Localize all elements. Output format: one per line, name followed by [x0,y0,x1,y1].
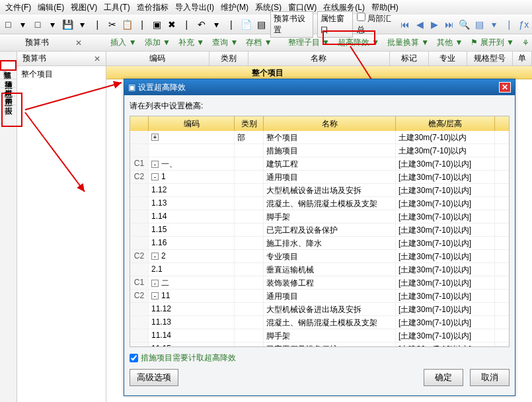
action-item-9[interactable]: 其他 ▼ [437,37,463,48]
cell[interactable]: 土建30m(7-10)以内 [396,144,495,157]
column-header[interactable]: 规格型号 [467,52,512,65]
toolbar-icon[interactable]: 📋 [122,19,133,30]
cell[interactable]: 垂直运输机械 [264,263,396,276]
table-row[interactable]: 1.15已完工程及设备保护[土建30m(7-10)以内] [130,223,509,237]
toolbar-icon[interactable]: □ [32,19,43,30]
cell[interactable]: [土建30m(7-10)以内] [396,263,495,276]
cell[interactable] [235,184,264,196]
toolbar-icon[interactable]: | [181,19,192,30]
budget-settings[interactable]: 预算书设置 [270,11,313,38]
action-item-8[interactable]: 批量换算 ▼ [387,37,429,48]
cell[interactable]: 2.1 [149,263,235,276]
table-row[interactable]: C1-一、建筑工程[土建30m(7-10)以内] [130,157,509,171]
table-row[interactable]: 11.13混凝土、钢筋混凝土模板及支架[土建30m(7-10)以内] [130,316,509,329]
toolbar-icon[interactable]: ▾ [77,19,88,30]
cell[interactable]: 混凝土、钢筋混凝土模板及支架 [264,316,396,329]
nav-icon[interactable]: 🔍 [459,19,470,30]
cell[interactable]: -11 [149,290,235,302]
column-header[interactable]: 编码 [106,52,209,65]
cell[interactable]: 脚手架 [264,210,396,223]
action-item-11[interactable]: ⚘ [522,38,529,48]
cell[interactable]: 11.13 [149,316,235,329]
cell[interactable]: [土建30m(7-10)以内] [396,197,495,210]
cell[interactable]: 脚手架 [264,329,396,342]
nav-icon[interactable]: | [504,19,514,30]
cell[interactable]: 1.13 [149,197,235,210]
menu-item[interactable]: 维护(M) [218,1,251,15]
table-row[interactable]: C2-11通用项目[土建30m(7-10)以内] [130,290,509,303]
side-tree[interactable]: 整个项目 [17,66,106,83]
action-item-0[interactable]: 插入 ▼ [110,37,136,48]
cell[interactable] [235,250,264,262]
menu-item[interactable]: 造价指标 [134,1,171,15]
table-row[interactable]: 11.15已完工程及设备保护[土建30m(7-10)以内] [130,342,509,347]
cell[interactable]: [土建30m(7-10)以内] [396,303,495,315]
toolbar-icon[interactable]: ✖ [167,19,177,30]
table-row[interactable]: C1-二装饰装修工程[土建30m(7-10)以内] [130,276,509,290]
cell[interactable]: -二 [149,276,235,289]
toolbar-icon[interactable]: ↶ [196,19,207,30]
action-item-1[interactable]: 添加 ▼ [145,37,171,48]
nav-icon[interactable]: ▶ [429,19,439,30]
cell[interactable]: [土建30m(7-10)以内] [396,237,495,249]
cell[interactable]: 整个项目 [264,131,396,143]
cell[interactable]: 部 [235,131,264,143]
cell[interactable] [235,144,264,157]
close-icon[interactable]: ✕ [499,82,511,93]
cell[interactable] [235,263,264,276]
cell[interactable] [235,237,264,249]
cell[interactable]: 大型机械设备进出场及安拆 [264,303,396,315]
cell[interactable]: 1.12 [149,184,235,196]
cell[interactable] [235,223,264,236]
cell[interactable]: 大型机械设备进出场及安拆 [264,184,396,196]
cell[interactable]: [土建30m(7-10)以内] [396,316,495,329]
toolbar-icon[interactable]: ▤ [256,19,266,30]
cell[interactable]: 通用项目 [264,171,396,183]
cell[interactable]: [土建30m(7-10)以内] [396,171,495,183]
toolbar-icon[interactable]: ▾ [17,19,28,30]
cell[interactable] [235,171,264,183]
menu-item[interactable]: 工具(T) [101,1,132,15]
cell[interactable]: 1.15 [149,223,235,236]
cell[interactable]: 装饰装修工程 [264,276,396,289]
vtab-2[interactable]: 措施项目 [0,71,17,79]
action-item-10[interactable]: ⚑ 展开到 ▼ [471,37,514,48]
column-header[interactable]: 类别 [209,52,248,65]
cell[interactable]: [土建30m(7-10)以内] [396,342,495,347]
cell[interactable] [235,157,264,170]
close-icon[interactable]: ✕ [75,38,82,48]
menu-item[interactable]: 视图(V) [68,1,100,15]
cell[interactable] [235,210,264,223]
column-header[interactable]: 名称 [248,52,390,65]
cell[interactable] [235,303,264,315]
cell[interactable]: 1.14 [149,210,235,223]
vtab-3[interactable]: 人材机汇总 [0,79,17,88]
column-header[interactable]: 标记 [390,52,429,65]
cell[interactable]: 1.16 [149,237,235,249]
table-row[interactable]: 1.13混凝土、钢筋混凝土模板及支架[土建30m(7-10)以内] [130,197,509,210]
toolbar-icon[interactable]: ▾ [47,19,57,30]
cell[interactable]: [土建30m(7-10)以内] [396,250,495,262]
table-row[interactable]: C2-1通用项目[土建30m(7-10)以内] [130,171,509,184]
nav-icon[interactable]: ▾ [489,19,500,30]
ok-button[interactable]: 确定 [424,369,463,386]
cell[interactable]: -一、 [149,157,235,170]
action-item-3[interactable]: 查询 ▼ [212,37,238,48]
toolbar-icon[interactable]: ✂ [107,19,118,30]
toolbar-icon[interactable]: | [137,19,147,30]
vtab-1[interactable]: 预算书 [0,60,17,71]
toolbar-icon[interactable]: | [92,19,102,30]
cell[interactable] [235,342,264,347]
cell[interactable] [235,329,264,342]
cell[interactable]: 施工排水、降水 [264,237,396,249]
cell[interactable] [149,144,235,157]
toolbar-icon[interactable]: 📄 [241,19,252,30]
menu-item[interactable]: 文件(F) [3,1,34,15]
table-row[interactable]: 11.12大型机械设备进出场及安拆[土建30m(7-10)以内] [130,303,509,316]
cell[interactable]: [土建30m(7-10)以内] [396,329,495,342]
menu-item[interactable]: 导入导出(I) [172,1,217,15]
table-row[interactable]: +部整个项目土建30m(7-10)以内 [130,131,509,144]
table-row[interactable]: 11.14脚手架[土建30m(7-10)以内] [130,329,509,342]
cell[interactable]: 建筑工程 [264,157,396,170]
nav-icon[interactable]: ⏭ [444,19,455,30]
